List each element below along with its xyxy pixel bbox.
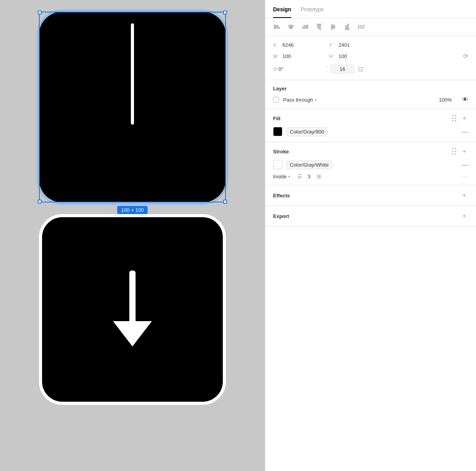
arrow-down-icon <box>109 271 156 348</box>
stroke-grid-icon[interactable] <box>452 148 457 155</box>
fill-color-swatch[interactable] <box>273 127 282 136</box>
stroke-section: Stroke + Color/Gray/White — Inside ▾ ☰ 3 <box>265 142 476 185</box>
stroke-style-lines-icon[interactable]: ☰ <box>297 173 302 179</box>
x-value[interactable]: 6246 <box>282 42 314 48</box>
xy-row: X 6246 Y 2401 <box>273 42 468 48</box>
fill-row: Color/Gray/900 — <box>273 127 468 136</box>
stroke-header: Stroke + <box>273 148 468 155</box>
stroke-position-select[interactable]: Inside ▾ <box>273 174 290 179</box>
export-title: Export <box>273 213 289 219</box>
selected-shape-wrapper[interactable]: 100 × 100 <box>39 12 226 202</box>
effects-title: Effects <box>273 193 290 199</box>
w-value[interactable]: 100 <box>282 53 314 59</box>
tab-prototype[interactable]: Prototype <box>301 6 324 18</box>
handle-top-left[interactable] <box>38 11 42 14</box>
export-add-button[interactable]: + <box>460 212 468 220</box>
corner-radius-input[interactable]: 16 <box>331 65 354 74</box>
stroke-width-value[interactable]: 3 <box>308 174 310 179</box>
fill-remove-button[interactable]: — <box>461 128 468 135</box>
corner-icon: ⌒ <box>324 66 329 72</box>
stroke-remove-button[interactable]: — <box>461 161 468 168</box>
svg-rect-10 <box>302 27 307 28</box>
layer-title: Layer <box>273 86 287 91</box>
right-panel: Design Prototype <box>265 0 476 471</box>
stroke-more-button[interactable]: ··· <box>461 173 468 179</box>
arrow-line <box>131 23 134 125</box>
distribute-icon[interactable] <box>357 23 365 31</box>
shape-bottom-wrapper[interactable] <box>39 214 226 405</box>
corner-individual-icon[interactable]: ⊡ <box>358 65 363 73</box>
handle-top-right[interactable] <box>223 11 227 14</box>
stroke-row: Color/Gray/White — <box>273 160 468 169</box>
alignment-toolbar <box>265 18 476 36</box>
stroke-position-value: Inside <box>273 174 287 179</box>
svg-rect-9 <box>304 25 307 26</box>
properties-section: X 6246 Y 2401 W 100 H 100 ⟳ ↺ 0° ⌒ 16 ⊡ <box>265 36 476 80</box>
stroke-align-icon[interactable]: ⊞ <box>317 173 321 179</box>
svg-rect-18 <box>346 26 347 29</box>
rotation-icon: ↺ <box>273 67 277 72</box>
align-bottom-icon[interactable] <box>343 23 351 31</box>
handle-bottom-left[interactable] <box>38 200 42 204</box>
layer-row: Pass through ▾ 100% 👁 <box>273 96 468 103</box>
svg-rect-12 <box>317 25 319 28</box>
fill-grid-icon[interactable] <box>452 115 457 122</box>
fill-section: Fill + Color/Gray/900 — <box>265 109 476 142</box>
shape-bottom[interactable] <box>39 214 226 405</box>
svg-marker-1 <box>113 321 152 346</box>
stroke-options-row: Inside ▾ ☰ 3 ⊞ ··· <box>273 173 468 179</box>
align-top-icon[interactable] <box>315 23 323 31</box>
x-label: X <box>273 42 281 48</box>
effects-section: Effects + <box>265 185 476 206</box>
stroke-title: Stroke <box>273 149 289 155</box>
shape-top[interactable] <box>39 12 226 202</box>
svg-rect-0 <box>129 271 136 325</box>
constraint-icon[interactable]: ⟳ <box>463 53 468 60</box>
fill-header: Fill + <box>273 114 468 122</box>
align-center-v-icon[interactable] <box>329 23 337 31</box>
layer-section: Layer Pass through ▾ 100% 👁 <box>265 80 476 109</box>
fill-add-button[interactable]: + <box>460 114 468 122</box>
y-label: Y <box>329 42 337 48</box>
align-left-icon[interactable] <box>273 23 281 31</box>
svg-rect-3 <box>275 25 278 26</box>
visibility-icon[interactable]: 👁 <box>462 96 468 103</box>
stroke-color-name[interactable]: Color/Gray/White <box>286 160 332 169</box>
tabs-bar: Design Prototype <box>265 0 476 18</box>
align-center-h-icon[interactable] <box>287 23 295 31</box>
tab-design[interactable]: Design <box>273 6 291 18</box>
fill-color-name[interactable]: Color/Gray/900 <box>286 127 328 136</box>
rotation-value[interactable]: 0° <box>279 66 310 72</box>
rotation-row: ↺ 0° ⌒ 16 ⊡ <box>273 65 468 74</box>
stroke-actions: + <box>452 148 468 155</box>
svg-rect-22 <box>360 26 362 28</box>
blend-mode-value: Pass through <box>283 97 313 103</box>
y-value[interactable]: 2401 <box>338 42 370 48</box>
svg-rect-13 <box>319 25 321 30</box>
blend-mode-select[interactable]: Pass through ▾ <box>283 97 317 103</box>
stroke-color-swatch[interactable] <box>273 160 282 169</box>
w-label: W <box>273 54 281 59</box>
h-label: H <box>329 54 337 59</box>
fill-actions: + <box>452 114 468 122</box>
stroke-position-chevron: ▾ <box>288 174 290 179</box>
svg-rect-4 <box>275 27 280 28</box>
blend-chevron-icon: ▾ <box>315 98 317 102</box>
canvas: 100 × 100 <box>0 0 265 471</box>
effects-add-button[interactable]: + <box>460 192 468 199</box>
blend-mode-icon <box>273 97 279 103</box>
export-section: Export + <box>265 206 476 227</box>
h-value[interactable]: 100 <box>338 53 370 59</box>
layer-header: Layer <box>273 86 468 91</box>
fill-title: Fill <box>273 116 280 121</box>
align-right-icon[interactable] <box>301 23 309 31</box>
handle-bottom-right[interactable] <box>223 200 227 204</box>
stroke-add-button[interactable]: + <box>460 148 468 155</box>
opacity-value[interactable]: 100% <box>439 97 452 103</box>
size-label: 100 × 100 <box>117 206 148 214</box>
wh-row: W 100 H 100 ⟳ <box>273 53 468 60</box>
svg-rect-19 <box>347 24 349 29</box>
